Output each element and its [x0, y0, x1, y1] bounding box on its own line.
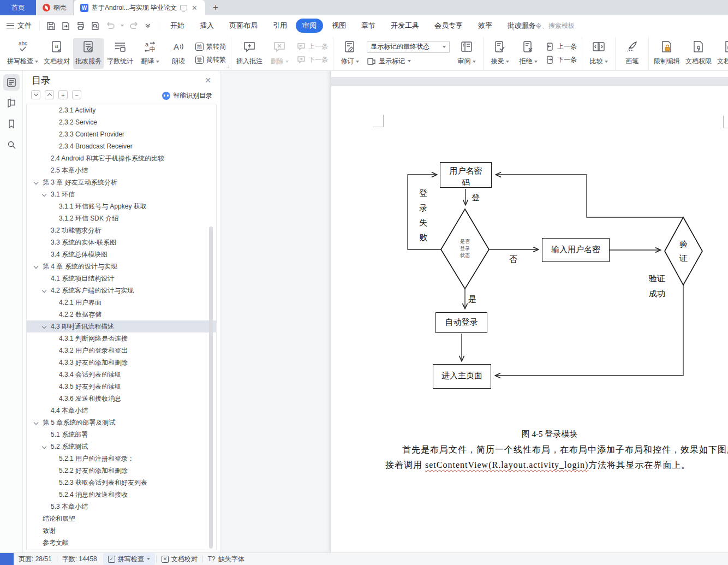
- chevron-down-icon[interactable]: [34, 420, 38, 425]
- ribbon-tab-1[interactable]: 插入: [193, 19, 220, 33]
- brush-button[interactable]: 画笔: [618, 38, 646, 69]
- toc-item[interactable]: 2.4 Android 和其它手机操作系统的比较: [27, 152, 216, 164]
- toc-item[interactable]: 2.3.2 Service: [27, 116, 216, 128]
- close-panel-icon[interactable]: ✕: [205, 76, 211, 85]
- toolbar-collapse-icon[interactable]: [145, 23, 151, 28]
- sidebar-item-search[interactable]: [3, 136, 20, 153]
- toc-item[interactable]: 3.1 环信: [27, 188, 216, 200]
- tab-home[interactable]: 首页: [0, 0, 36, 15]
- dialog-launcher-icon[interactable]: [226, 65, 229, 68]
- show-markup-button[interactable]: 显示标记: [367, 57, 450, 66]
- spell-check-toggle[interactable]: ✓ 拼写检查: [103, 553, 155, 565]
- chevron-down-icon[interactable]: [42, 444, 46, 449]
- save-icon[interactable]: [46, 21, 56, 31]
- toc-item[interactable]: 3.2 功能需求分析: [27, 224, 216, 236]
- chevron-down-icon[interactable]: [34, 180, 38, 185]
- toc-item[interactable]: 4.1 系统项目结构设计: [27, 272, 216, 284]
- simplified-to-traditional-button[interactable]: 繁 简转繁: [195, 55, 226, 64]
- toc-item[interactable]: 4.3.6 发送和接收消息: [27, 392, 216, 405]
- word-count-button[interactable]: 字数统计: [105, 38, 135, 69]
- ribbon-tab-5[interactable]: 视图: [325, 19, 353, 33]
- sidebar-item-bookmark[interactable]: [3, 116, 20, 132]
- chevron-down-icon[interactable]: [42, 288, 46, 293]
- doc-proofread-button[interactable]: a 文档校对: [41, 38, 72, 69]
- document-viewport[interactable]: 用户名密 码 登录失败 登 是否 登录 状态 否 是 输入用户名密 验: [331, 71, 728, 552]
- ribbon-tab-3[interactable]: 引用: [266, 19, 294, 33]
- toc-item[interactable]: 4.3.5 好友列表的读取: [27, 380, 216, 392]
- ribbon-tab-6[interactable]: 章节: [355, 19, 382, 33]
- toc-item[interactable]: 4.2 系统客户端的设计与实现: [27, 284, 216, 296]
- page-indicator[interactable]: 页面: 28/51: [14, 553, 57, 565]
- toc-item[interactable]: 5.3 本章小结: [27, 501, 216, 513]
- sidebar-item-outline[interactable]: [3, 95, 20, 111]
- ribbon-tab-0[interactable]: 开始: [164, 19, 191, 33]
- toc-scrollbar-thumb[interactable]: [209, 227, 213, 549]
- toc-collapse-level-button[interactable]: −: [72, 90, 81, 99]
- toc-item[interactable]: 5.2.4 消息的发送和接收: [27, 489, 216, 501]
- toc-item[interactable]: 3.1.2 环信 SDK 介绍: [27, 212, 216, 224]
- insert-comment-button[interactable]: 插入批注: [234, 38, 265, 69]
- redo-icon[interactable]: [129, 22, 139, 30]
- print-preview-icon[interactable]: [91, 21, 100, 31]
- toc-item[interactable]: 5.2.2 好友的添加和删除: [27, 465, 216, 477]
- accept-change-button[interactable]: 接受: [486, 38, 514, 69]
- toc-expand-level-button[interactable]: +: [58, 90, 68, 99]
- markup-state-dropdown[interactable]: 显示标记的最终状态: [367, 41, 450, 53]
- toc-item[interactable]: 4.3.4 会话列表的读取: [27, 368, 216, 380]
- toc-item[interactable]: 4.3 即时通讯流程描述: [27, 320, 216, 332]
- read-aloud-button[interactable]: A 朗读: [165, 38, 192, 69]
- tab-docer[interactable]: 稻壳: [36, 0, 74, 15]
- next-change-button[interactable]: 下一条: [545, 55, 577, 64]
- compare-button[interactable]: 比较: [585, 38, 612, 69]
- ribbon-tab-2[interactable]: 页面布局: [223, 19, 264, 33]
- chevron-down-icon[interactable]: [42, 324, 46, 329]
- chevron-down-icon[interactable]: [34, 264, 38, 269]
- toc-item[interactable]: 2.3.3 Content Provider: [27, 128, 216, 140]
- toc-item[interactable]: 5.2 系统测试: [27, 441, 216, 453]
- toc-item[interactable]: 3.3 系统的实体-联系图: [27, 236, 216, 248]
- undo-caret-icon[interactable]: [121, 25, 124, 27]
- doc-permission-button[interactable]: 文档权限: [683, 38, 714, 69]
- spell-check-button[interactable]: abc 拼写检查: [5, 38, 40, 69]
- file-menu-button[interactable]: 文件: [7, 21, 40, 31]
- toc-item[interactable]: 4.4 本章小结: [27, 405, 216, 417]
- command-search[interactable]: 查找命令、搜索模板: [508, 21, 575, 31]
- new-tab-button[interactable]: +: [205, 0, 226, 15]
- toc-item[interactable]: 2.3.4 Broadcast Receiver: [27, 140, 216, 152]
- doc-certify-button[interactable]: 文档认证: [715, 38, 728, 69]
- close-tab-icon[interactable]: ✕: [190, 4, 199, 12]
- toc-item[interactable]: 第 4 章 系统的设计与实现: [27, 260, 216, 272]
- smart-recognize-toc-button[interactable]: 智能识别目录: [162, 91, 212, 100]
- ribbon-tab-9[interactable]: 效率: [472, 19, 499, 33]
- missing-font-indicator[interactable]: T? 缺失字体: [203, 553, 249, 565]
- toc-item[interactable]: 2.5 本章小结: [27, 164, 216, 176]
- toc-item[interactable]: 5.2.3 获取会话列表和好友列表: [27, 477, 216, 489]
- toc-item[interactable]: 2.3.1 Activity: [27, 104, 216, 116]
- restrict-editing-button[interactable]: 限制编辑: [652, 38, 682, 69]
- toc-item[interactable]: 5.1 系统部署: [27, 429, 216, 441]
- toc-item[interactable]: 参考文献: [27, 537, 216, 549]
- toc-item[interactable]: 4.2.1 用户界面: [27, 296, 216, 308]
- correction-service-button[interactable]: 批改服务: [73, 38, 104, 69]
- undo-icon[interactable]: [105, 22, 115, 30]
- toc-item[interactable]: 3.1.1 环信账号与 Appkey 获取: [27, 200, 216, 212]
- toc-item[interactable]: 结论和展望: [27, 513, 216, 525]
- tab-document[interactable]: W 基于Androi...与实现 毕业论文 ✕: [74, 0, 205, 15]
- next-comment-button[interactable]: 下一条: [296, 55, 328, 64]
- toc-item[interactable]: 4.3.2 用户的登录和登出: [27, 344, 216, 356]
- ribbon-tab-7[interactable]: 开发工具: [384, 19, 426, 33]
- review-pane-button[interactable]: 审阅: [453, 38, 480, 69]
- previous-comment-button[interactable]: 上一条: [296, 42, 328, 51]
- reject-change-button[interactable]: 拒绝: [515, 38, 542, 69]
- translate-button[interactable]: a中 翻译: [136, 38, 164, 69]
- toc-item[interactable]: 3.4 系统总体模块图: [27, 248, 216, 260]
- ribbon-tab-8[interactable]: 会员专享: [428, 19, 469, 33]
- toc-item[interactable]: 4.3.3 好友的添加和删除: [27, 356, 216, 368]
- toc-expand-all-button[interactable]: [45, 90, 54, 99]
- track-changes-button[interactable]: 修订: [336, 38, 363, 69]
- sidebar-item-toc[interactable]: [3, 74, 20, 91]
- document-page[interactable]: 用户名密 码 登录失败 登 是否 登录 状态 否 是 输入用户名密 验: [331, 86, 728, 552]
- previous-change-button[interactable]: 上一条: [545, 42, 577, 51]
- chevron-down-icon[interactable]: [42, 192, 46, 197]
- status-corner-button[interactable]: [0, 553, 14, 565]
